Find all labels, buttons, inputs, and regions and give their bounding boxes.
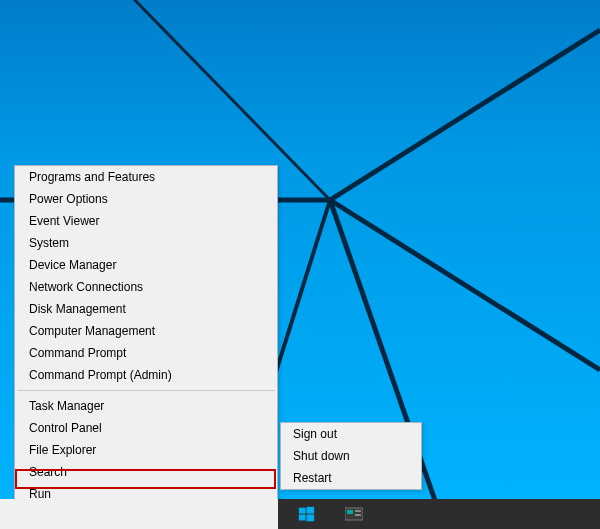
shutdown-submenu: Sign out Shut down Restart: [280, 422, 422, 490]
menu-item-label: Restart: [293, 471, 332, 485]
taskbar-obscured-area: [0, 499, 278, 529]
menu-item-label: Power Options: [29, 192, 108, 206]
menu-item-power-options[interactable]: Power Options: [15, 188, 277, 210]
menu-item-network-connections[interactable]: Network Connections: [15, 276, 277, 298]
svg-rect-5: [347, 510, 353, 514]
menu-item-file-explorer[interactable]: File Explorer: [15, 439, 277, 461]
start-button[interactable]: [284, 501, 328, 527]
menu-item-label: Task Manager: [29, 399, 104, 413]
svg-rect-2: [298, 514, 305, 520]
menu-item-label: Device Manager: [29, 258, 116, 272]
submenu-item-sign-out[interactable]: Sign out: [281, 423, 421, 445]
svg-rect-1: [306, 506, 314, 513]
server-manager-icon: [345, 506, 363, 522]
taskbar: [0, 499, 600, 529]
menu-item-command-prompt[interactable]: Command Prompt: [15, 342, 277, 364]
menu-item-label: Sign out: [293, 427, 337, 441]
menu-item-computer-management[interactable]: Computer Management: [15, 320, 277, 342]
menu-item-task-manager[interactable]: Task Manager: [15, 395, 277, 417]
winx-menu: Programs and Features Power Options Even…: [14, 165, 278, 529]
menu-item-search[interactable]: Search: [15, 461, 277, 483]
menu-item-label: Network Connections: [29, 280, 143, 294]
submenu-item-restart[interactable]: Restart: [281, 467, 421, 489]
menu-item-device-manager[interactable]: Device Manager: [15, 254, 277, 276]
menu-item-label: Command Prompt: [29, 346, 126, 360]
menu-item-label: Computer Management: [29, 324, 155, 338]
svg-rect-6: [355, 510, 361, 512]
svg-rect-3: [306, 514, 314, 521]
windows-logo-icon: [298, 506, 315, 523]
menu-item-label: System: [29, 236, 69, 250]
menu-item-label: Search: [29, 465, 67, 479]
menu-item-label: File Explorer: [29, 443, 96, 457]
menu-item-programs-and-features[interactable]: Programs and Features: [15, 166, 277, 188]
menu-item-control-panel[interactable]: Control Panel: [15, 417, 277, 439]
menu-item-label: Programs and Features: [29, 170, 155, 184]
menu-item-system[interactable]: System: [15, 232, 277, 254]
menu-item-label: Event Viewer: [29, 214, 99, 228]
menu-item-command-prompt-admin[interactable]: Command Prompt (Admin): [15, 364, 277, 386]
taskbar-app-button[interactable]: [332, 501, 376, 527]
svg-rect-7: [355, 514, 361, 516]
menu-separator: [17, 390, 275, 391]
menu-item-event-viewer[interactable]: Event Viewer: [15, 210, 277, 232]
menu-item-label: Command Prompt (Admin): [29, 368, 172, 382]
submenu-item-shut-down[interactable]: Shut down: [281, 445, 421, 467]
svg-rect-0: [298, 507, 305, 513]
menu-item-label: Control Panel: [29, 421, 102, 435]
menu-item-label: Disk Management: [29, 302, 126, 316]
menu-item-disk-management[interactable]: Disk Management: [15, 298, 277, 320]
menu-item-label: Shut down: [293, 449, 350, 463]
